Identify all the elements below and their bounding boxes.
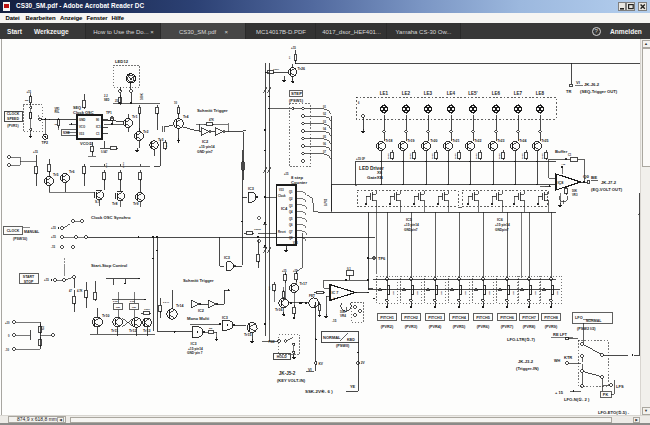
svg-text:LFO-LTR(②-7): LFO-LTR(②-7) xyxy=(507,337,535,342)
svg-text:Tr21: Tr21 xyxy=(452,139,459,143)
svg-text:Tr11: Tr11 xyxy=(111,329,118,333)
svg-text:47: 47 xyxy=(69,289,72,293)
svg-text:Tr5: Tr5 xyxy=(53,173,58,177)
svg-text:VI: VI xyxy=(576,80,580,85)
svg-text:SPEED: SPEED xyxy=(7,117,19,121)
svg-text:IC1: IC1 xyxy=(96,125,101,129)
svg-text:Q1: Q1 xyxy=(289,190,293,194)
svg-text:10K: 10K xyxy=(488,290,490,295)
svg-text:CLOCK: CLOCK xyxy=(7,229,20,233)
svg-text:+15: +15 xyxy=(33,150,38,154)
svg-text:LE5': LE5' xyxy=(468,91,477,96)
svg-text:LFO-N(①- 2 ): LFO-N(①- 2 ) xyxy=(564,397,590,402)
svg-text:+15: +15 xyxy=(51,226,56,230)
svg-text:+ 15: + 15 xyxy=(555,390,564,395)
svg-text:4M: 4M xyxy=(54,123,57,126)
svg-text:(PVR6): (PVR6) xyxy=(477,325,490,329)
svg-text:PITCH7: PITCH7 xyxy=(522,316,536,320)
svg-text:LFO: LFO xyxy=(575,316,583,320)
svg-text:2K: 2K xyxy=(288,56,291,59)
svg-text:47K: 47K xyxy=(209,118,214,122)
svg-text:100K: 100K xyxy=(498,153,501,159)
svg-text:Tr6: Tr6 xyxy=(69,170,74,174)
svg-text:Clock OSC Synchro: Clock OSC Synchro xyxy=(91,215,131,220)
svg-text:1B1: 1B1 xyxy=(132,306,137,309)
svg-text:Tr4: Tr4 xyxy=(183,115,188,119)
svg-text:TP6: TP6 xyxy=(378,256,386,261)
svg-text:GND: GND xyxy=(79,118,85,122)
svg-text:IC3: IC3 xyxy=(191,342,197,346)
svg-text:2.2: 2.2 xyxy=(104,94,108,98)
svg-text:0.047: 0.047 xyxy=(101,150,108,154)
svg-text:-15: -15 xyxy=(332,319,337,323)
svg-text:(PSWII): (PSWII) xyxy=(336,344,350,348)
svg-text:10K: 10K xyxy=(534,290,536,295)
svg-text:2V: 2V xyxy=(361,361,366,365)
svg-text:JK-J6-2: JK-J6-2 xyxy=(584,82,600,87)
svg-text:1B1: 1B1 xyxy=(116,306,121,309)
svg-text:Buffer: Buffer xyxy=(555,149,568,154)
svg-text:Tr2: Tr2 xyxy=(143,130,148,134)
svg-text:VCO①: VCO① xyxy=(80,141,93,146)
svg-text:Tr3: Tr3 xyxy=(158,138,163,142)
svg-text:Q4: Q4 xyxy=(289,210,293,214)
svg-text:100K: 100K xyxy=(409,153,412,159)
svg-text:GND·pin 7: GND·pin 7 xyxy=(187,351,203,355)
svg-text:(PVR4): (PVR4) xyxy=(429,325,442,329)
svg-text:+15·pin14: +15·pin14 xyxy=(404,223,419,227)
svg-text:VR3: VR3 xyxy=(572,193,578,197)
svg-text:Tr23: Tr23 xyxy=(497,139,504,143)
svg-text:+15: +15 xyxy=(282,269,287,273)
svg-text:05: 05 xyxy=(323,135,326,139)
svg-text:10000: 10000 xyxy=(254,228,262,231)
svg-text:+15·3F: +15·3F xyxy=(356,157,365,161)
svg-text:STEP: STEP xyxy=(291,91,302,96)
svg-text:LFO-ETO(②-5) -: LFO-ETO(②-5) - xyxy=(598,410,630,415)
svg-text:Tr9: Tr9 xyxy=(133,202,138,206)
svg-text:0.04: 0.04 xyxy=(105,163,108,168)
svg-text:10K: 10K xyxy=(464,290,466,295)
svg-text:MANUAL: MANUAL xyxy=(24,230,40,234)
svg-text:Q2: Q2 xyxy=(289,197,293,201)
svg-text:100K: 100K xyxy=(387,153,390,159)
svg-text:Tr1: Tr1 xyxy=(132,115,137,119)
svg-text:Tr16: Tr16 xyxy=(275,308,282,312)
svg-text:(EQ-VOLT OUT): (EQ-VOLT OUT) xyxy=(591,187,623,192)
svg-text:100K: 100K xyxy=(541,153,544,159)
svg-text:LE3: LE3 xyxy=(424,91,433,96)
svg-text:WH: WH xyxy=(554,359,561,363)
svg-text:4.7K: 4.7K xyxy=(77,289,83,293)
svg-text:10K: 10K xyxy=(512,290,514,295)
svg-text:(SEQ-Trigger OUT): (SEQ-Trigger OUT) xyxy=(580,89,618,94)
svg-text:+15·pin14: +15·pin14 xyxy=(188,347,203,351)
svg-text:V33: V33 xyxy=(279,188,284,192)
svg-text:Clock OSC: Clock OSC xyxy=(73,110,94,115)
svg-text:PITCH1: PITCH1 xyxy=(380,316,394,320)
svg-text:Tr19: Tr19 xyxy=(407,139,414,143)
svg-text:VI: VI xyxy=(308,368,312,372)
svg-text:100K: 100K xyxy=(431,153,434,159)
svg-text:C1: C1 xyxy=(96,132,100,136)
svg-text:Tr14: Tr14 xyxy=(176,304,183,308)
svg-text:(PVR1): (PVR1) xyxy=(7,124,18,128)
svg-text:+: + xyxy=(333,296,335,300)
svg-text:Q3: Q3 xyxy=(289,204,293,208)
svg-text:PITCH3: PITCH3 xyxy=(428,316,442,320)
svg-text:-10: -10 xyxy=(5,348,9,352)
svg-text:10K: 10K xyxy=(440,290,442,295)
svg-text:Tr8: Tr8 xyxy=(112,202,117,206)
svg-text:SSK-2V④- 6 ): SSK-2V④- 6 ) xyxy=(305,389,333,394)
svg-text:IC2: IC2 xyxy=(198,309,204,313)
svg-text:SED: SED xyxy=(104,98,109,102)
svg-text:LE6: LE6 xyxy=(492,91,501,96)
svg-text:NORMAL: NORMAL xyxy=(323,335,341,340)
svg-text:04: 04 xyxy=(323,127,326,131)
svg-text:20K: 20K xyxy=(165,142,168,147)
svg-text:(PSW2 I/2): (PSW2 I/2) xyxy=(577,327,596,331)
svg-text:0.02: 0.02 xyxy=(130,300,135,303)
svg-text:100K: 100K xyxy=(454,153,457,159)
svg-text:Tr10: Tr10 xyxy=(102,314,109,318)
svg-text:R0L: R0L xyxy=(55,110,60,114)
svg-text:Tr18: Tr18 xyxy=(385,139,392,143)
svg-text:START: START xyxy=(23,275,35,279)
